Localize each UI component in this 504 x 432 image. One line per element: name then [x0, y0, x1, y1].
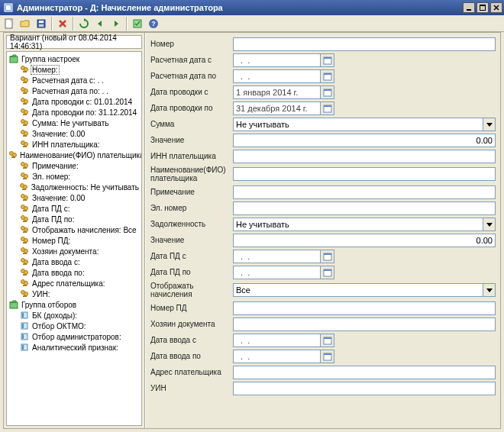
- svg-rect-4: [480, 5, 486, 6]
- close-button[interactable]: [490, 2, 502, 13]
- toolbar-refresh-button[interactable]: [76, 16, 92, 31]
- vvod-s-input[interactable]: [233, 334, 321, 347]
- tree-label: Отбор ОКТМО:: [31, 322, 87, 330]
- toolbar-help-button[interactable]: ?: [146, 16, 161, 31]
- prim-input[interactable]: [233, 185, 496, 199]
- svg-rect-76: [23, 253, 27, 254]
- tree-node[interactable]: Расчетная дата с: . .: [7, 75, 141, 85]
- calendar-icon[interactable]: [321, 69, 334, 83]
- raschet-s-input[interactable]: [233, 53, 321, 67]
- tree-node[interactable]: Расчетная дата по: . .: [7, 85, 141, 96]
- svg-rect-46: [23, 146, 27, 147]
- tree-node[interactable]: Наименование(ФИО) плательщика:: [7, 150, 141, 160]
- nomerpd-input[interactable]: [233, 301, 496, 315]
- toolbar-delete-button[interactable]: [55, 16, 70, 31]
- calendar-icon[interactable]: [321, 102, 334, 115]
- tree-icon: [8, 54, 19, 63]
- toolbar-new-button[interactable]: [2, 16, 17, 31]
- minimize-button[interactable]: [463, 2, 475, 13]
- tree-node[interactable]: Сумма: Не учитывать: [7, 118, 141, 128]
- app-icon: [3, 2, 14, 13]
- svg-point-63: [24, 207, 28, 211]
- tree-node[interactable]: Отбор ОКТМО:: [7, 321, 141, 331]
- tree-node[interactable]: Задолженность: Не учитывать: [7, 182, 141, 192]
- nomer-label: Номер: [150, 40, 233, 48]
- hozyain-input[interactable]: [233, 318, 496, 331]
- hozyain-label: Хозяин документа: [150, 320, 233, 328]
- tree-node[interactable]: Отображать начисления: Все: [7, 224, 141, 235]
- enomer-input[interactable]: [233, 201, 496, 215]
- tree-node[interactable]: Дата ПД с:: [7, 203, 141, 214]
- tree-icon: [19, 118, 30, 127]
- znach1-input[interactable]: [233, 134, 496, 147]
- tree-icon: [19, 161, 30, 170]
- calendar-icon[interactable]: [321, 250, 334, 263]
- uin-input[interactable]: [233, 382, 496, 395]
- toolbar-open-button[interactable]: [18, 16, 33, 31]
- tree-node[interactable]: Примечание:: [7, 160, 141, 171]
- adres-input[interactable]: [233, 366, 496, 379]
- svg-rect-40: [23, 124, 27, 126]
- calendar-icon[interactable]: [321, 85, 334, 99]
- summa-combo[interactable]: [233, 118, 483, 131]
- tree-node[interactable]: Аналитический признак:: [7, 342, 141, 353]
- chevron-down-icon[interactable]: [483, 118, 496, 131]
- inn-input[interactable]: [233, 150, 496, 163]
- tree-node[interactable]: Дата ввода с:: [7, 256, 141, 267]
- chevron-down-icon[interactable]: [483, 218, 496, 231]
- otobr-combo[interactable]: [233, 283, 483, 297]
- provodka-po-input[interactable]: [233, 102, 321, 115]
- tree-node[interactable]: Номер ПД:: [7, 235, 141, 246]
- toolbar-export-button[interactable]: [130, 16, 145, 31]
- provodka-s-input[interactable]: [233, 85, 321, 99]
- tree-node[interactable]: Дата ПД по:: [7, 214, 141, 224]
- calendar-icon[interactable]: [321, 350, 334, 363]
- vvod-po-input[interactable]: [233, 350, 321, 363]
- toolbar-next-button[interactable]: [108, 16, 124, 31]
- svg-rect-82: [23, 274, 27, 276]
- tree-node[interactable]: Отбор администраторов:: [7, 331, 141, 342]
- datapd-s-input[interactable]: [233, 250, 321, 263]
- svg-marker-17: [115, 21, 118, 27]
- svg-rect-52: [23, 167, 27, 169]
- tree-node[interactable]: ИНН плательщика:: [7, 139, 141, 150]
- tree-node[interactable]: Группа настроек: [7, 53, 141, 64]
- toolbar-save-button[interactable]: [34, 16, 49, 31]
- variant-field[interactable]: Вариант (новый от 08.04.2014 14:46:31): [6, 35, 142, 49]
- znach2-label: Значение: [150, 236, 233, 244]
- tree-node[interactable]: Адрес плательщика:: [7, 278, 141, 289]
- tree-icon: [19, 268, 30, 277]
- nomer-input[interactable]: [233, 37, 496, 51]
- toolbar-prev-button[interactable]: [92, 16, 108, 31]
- tree-node[interactable]: Эл. номер:: [7, 171, 141, 182]
- maximize-button[interactable]: [477, 2, 489, 13]
- calendar-icon[interactable]: [321, 334, 334, 347]
- tree-node[interactable]: Группа отборов: [7, 299, 141, 310]
- svg-rect-43: [23, 135, 27, 137]
- tree-label: Примечание:: [31, 162, 79, 170]
- tree-node[interactable]: БК (доходы):: [7, 310, 141, 321]
- svg-rect-12: [39, 24, 44, 27]
- calendar-icon[interactable]: [321, 53, 334, 67]
- uin-label: УИН: [150, 384, 233, 392]
- vvod-po-label: Дата ввода по: [150, 352, 233, 360]
- chevron-down-icon[interactable]: [483, 283, 496, 297]
- calendar-icon[interactable]: [321, 266, 334, 279]
- tree-node[interactable]: Значение: 0.00: [7, 192, 141, 203]
- settings-tree[interactable]: Группа настроекНомер:Расчетная дата с: .…: [6, 51, 142, 426]
- datapd-po-input[interactable]: [233, 266, 321, 279]
- raschet-po-input[interactable]: [233, 69, 321, 83]
- zadol-combo[interactable]: [233, 218, 483, 231]
- tree-node[interactable]: Дата проводки по: 31.12.2014: [7, 107, 141, 118]
- left-pane: Вариант (новый от 08.04.2014 14:46:31) Г…: [4, 33, 145, 428]
- tree-label: Значение: 0.00: [31, 130, 86, 138]
- znach2-input[interactable]: [233, 234, 496, 247]
- tree-node[interactable]: Значение: 0.00: [7, 128, 141, 139]
- tree-node[interactable]: Дата ввода по:: [7, 267, 141, 278]
- tree-label: Хозяин документа:: [31, 247, 99, 256]
- tree-node[interactable]: Номер:: [7, 64, 141, 75]
- tree-node[interactable]: Хозяин документа:: [7, 246, 141, 256]
- fio-input[interactable]: [233, 167, 496, 181]
- tree-node[interactable]: Дата проводки с: 01.01.2014: [7, 96, 141, 107]
- tree-node[interactable]: УИН:: [7, 289, 141, 299]
